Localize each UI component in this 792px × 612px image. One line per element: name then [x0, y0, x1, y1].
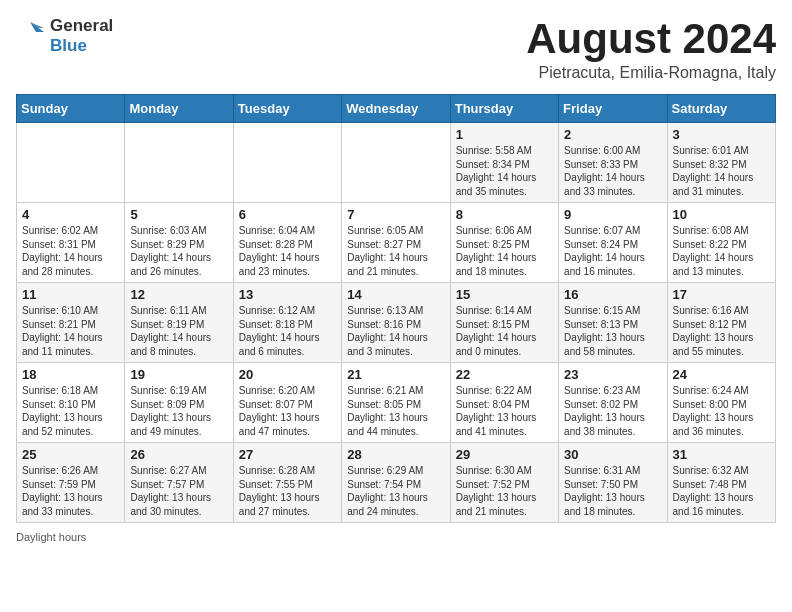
day-number: 28	[347, 447, 444, 462]
calendar-cell: 28Sunrise: 6:29 AM Sunset: 7:54 PM Dayli…	[342, 443, 450, 523]
calendar-cell: 22Sunrise: 6:22 AM Sunset: 8:04 PM Dayli…	[450, 363, 558, 443]
day-info: Sunrise: 6:00 AM Sunset: 8:33 PM Dayligh…	[564, 144, 661, 198]
day-info: Sunrise: 6:02 AM Sunset: 8:31 PM Dayligh…	[22, 224, 119, 278]
calendar-table: SundayMondayTuesdayWednesdayThursdayFrid…	[16, 94, 776, 523]
calendar-cell: 4Sunrise: 6:02 AM Sunset: 8:31 PM Daylig…	[17, 203, 125, 283]
day-number: 16	[564, 287, 661, 302]
title-block: August 2024 Pietracuta, Emilia-Romagna, …	[526, 16, 776, 82]
day-number: 30	[564, 447, 661, 462]
day-info: Sunrise: 6:07 AM Sunset: 8:24 PM Dayligh…	[564, 224, 661, 278]
day-info: Sunrise: 6:28 AM Sunset: 7:55 PM Dayligh…	[239, 464, 336, 518]
calendar-cell: 24Sunrise: 6:24 AM Sunset: 8:00 PM Dayli…	[667, 363, 775, 443]
page-header: General Blue August 2024 Pietracuta, Emi…	[16, 16, 776, 82]
day-of-week-header: Wednesday	[342, 95, 450, 123]
day-info: Sunrise: 6:21 AM Sunset: 8:05 PM Dayligh…	[347, 384, 444, 438]
day-number: 8	[456, 207, 553, 222]
calendar-cell: 23Sunrise: 6:23 AM Sunset: 8:02 PM Dayli…	[559, 363, 667, 443]
calendar-cell	[233, 123, 341, 203]
day-number: 21	[347, 367, 444, 382]
logo-container: General Blue	[16, 16, 113, 55]
day-info: Sunrise: 6:05 AM Sunset: 8:27 PM Dayligh…	[347, 224, 444, 278]
day-number: 17	[673, 287, 770, 302]
calendar-cell: 16Sunrise: 6:15 AM Sunset: 8:13 PM Dayli…	[559, 283, 667, 363]
day-number: 2	[564, 127, 661, 142]
logo-general-text: General	[50, 16, 113, 36]
day-number: 10	[673, 207, 770, 222]
day-number: 29	[456, 447, 553, 462]
day-info: Sunrise: 6:08 AM Sunset: 8:22 PM Dayligh…	[673, 224, 770, 278]
calendar-cell: 17Sunrise: 6:16 AM Sunset: 8:12 PM Dayli…	[667, 283, 775, 363]
calendar-cell: 9Sunrise: 6:07 AM Sunset: 8:24 PM Daylig…	[559, 203, 667, 283]
day-info: Sunrise: 6:32 AM Sunset: 7:48 PM Dayligh…	[673, 464, 770, 518]
day-info: Sunrise: 6:23 AM Sunset: 8:02 PM Dayligh…	[564, 384, 661, 438]
day-number: 31	[673, 447, 770, 462]
day-info: Sunrise: 6:12 AM Sunset: 8:18 PM Dayligh…	[239, 304, 336, 358]
day-of-week-header: Tuesday	[233, 95, 341, 123]
calendar-cell: 18Sunrise: 6:18 AM Sunset: 8:10 PM Dayli…	[17, 363, 125, 443]
calendar-cell: 10Sunrise: 6:08 AM Sunset: 8:22 PM Dayli…	[667, 203, 775, 283]
day-info: Sunrise: 6:22 AM Sunset: 8:04 PM Dayligh…	[456, 384, 553, 438]
calendar-cell: 27Sunrise: 6:28 AM Sunset: 7:55 PM Dayli…	[233, 443, 341, 523]
calendar-cell: 29Sunrise: 6:30 AM Sunset: 7:52 PM Dayli…	[450, 443, 558, 523]
day-of-week-header: Saturday	[667, 95, 775, 123]
day-number: 5	[130, 207, 227, 222]
day-number: 27	[239, 447, 336, 462]
calendar-cell: 8Sunrise: 6:06 AM Sunset: 8:25 PM Daylig…	[450, 203, 558, 283]
day-number: 6	[239, 207, 336, 222]
day-info: Sunrise: 6:18 AM Sunset: 8:10 PM Dayligh…	[22, 384, 119, 438]
day-number: 14	[347, 287, 444, 302]
calendar-cell: 3Sunrise: 6:01 AM Sunset: 8:32 PM Daylig…	[667, 123, 775, 203]
day-info: Sunrise: 6:15 AM Sunset: 8:13 PM Dayligh…	[564, 304, 661, 358]
day-number: 20	[239, 367, 336, 382]
day-info: Sunrise: 6:16 AM Sunset: 8:12 PM Dayligh…	[673, 304, 770, 358]
calendar-cell: 15Sunrise: 6:14 AM Sunset: 8:15 PM Dayli…	[450, 283, 558, 363]
calendar-cell	[125, 123, 233, 203]
day-info: Sunrise: 6:03 AM Sunset: 8:29 PM Dayligh…	[130, 224, 227, 278]
day-number: 24	[673, 367, 770, 382]
logo-blue-text: Blue	[50, 36, 113, 56]
day-info: Sunrise: 5:58 AM Sunset: 8:34 PM Dayligh…	[456, 144, 553, 198]
day-info: Sunrise: 6:26 AM Sunset: 7:59 PM Dayligh…	[22, 464, 119, 518]
day-number: 15	[456, 287, 553, 302]
calendar-cell: 5Sunrise: 6:03 AM Sunset: 8:29 PM Daylig…	[125, 203, 233, 283]
day-info: Sunrise: 6:01 AM Sunset: 8:32 PM Dayligh…	[673, 144, 770, 198]
day-info: Sunrise: 6:27 AM Sunset: 7:57 PM Dayligh…	[130, 464, 227, 518]
day-info: Sunrise: 6:30 AM Sunset: 7:52 PM Dayligh…	[456, 464, 553, 518]
day-info: Sunrise: 6:20 AM Sunset: 8:07 PM Dayligh…	[239, 384, 336, 438]
calendar-title: August 2024	[526, 16, 776, 62]
day-number: 4	[22, 207, 119, 222]
calendar-cell: 26Sunrise: 6:27 AM Sunset: 7:57 PM Dayli…	[125, 443, 233, 523]
day-number: 1	[456, 127, 553, 142]
day-number: 13	[239, 287, 336, 302]
day-number: 11	[22, 287, 119, 302]
day-info: Sunrise: 6:13 AM Sunset: 8:16 PM Dayligh…	[347, 304, 444, 358]
calendar-cell: 11Sunrise: 6:10 AM Sunset: 8:21 PM Dayli…	[17, 283, 125, 363]
day-info: Sunrise: 6:06 AM Sunset: 8:25 PM Dayligh…	[456, 224, 553, 278]
calendar-cell	[342, 123, 450, 203]
calendar-cell: 2Sunrise: 6:00 AM Sunset: 8:33 PM Daylig…	[559, 123, 667, 203]
day-info: Sunrise: 6:24 AM Sunset: 8:00 PM Dayligh…	[673, 384, 770, 438]
calendar-cell	[17, 123, 125, 203]
day-of-week-header: Monday	[125, 95, 233, 123]
calendar-cell: 1Sunrise: 5:58 AM Sunset: 8:34 PM Daylig…	[450, 123, 558, 203]
calendar-cell: 30Sunrise: 6:31 AM Sunset: 7:50 PM Dayli…	[559, 443, 667, 523]
calendar-cell: 21Sunrise: 6:21 AM Sunset: 8:05 PM Dayli…	[342, 363, 450, 443]
day-of-week-header: Thursday	[450, 95, 558, 123]
day-info: Sunrise: 6:31 AM Sunset: 7:50 PM Dayligh…	[564, 464, 661, 518]
day-info: Sunrise: 6:11 AM Sunset: 8:19 PM Dayligh…	[130, 304, 227, 358]
day-number: 23	[564, 367, 661, 382]
calendar-cell: 7Sunrise: 6:05 AM Sunset: 8:27 PM Daylig…	[342, 203, 450, 283]
day-number: 12	[130, 287, 227, 302]
calendar-cell: 13Sunrise: 6:12 AM Sunset: 8:18 PM Dayli…	[233, 283, 341, 363]
calendar-cell: 12Sunrise: 6:11 AM Sunset: 8:19 PM Dayli…	[125, 283, 233, 363]
calendar-cell: 31Sunrise: 6:32 AM Sunset: 7:48 PM Dayli…	[667, 443, 775, 523]
calendar-cell: 19Sunrise: 6:19 AM Sunset: 8:09 PM Dayli…	[125, 363, 233, 443]
day-info: Sunrise: 6:19 AM Sunset: 8:09 PM Dayligh…	[130, 384, 227, 438]
day-info: Sunrise: 6:10 AM Sunset: 8:21 PM Dayligh…	[22, 304, 119, 358]
calendar-cell: 20Sunrise: 6:20 AM Sunset: 8:07 PM Dayli…	[233, 363, 341, 443]
calendar-location: Pietracuta, Emilia-Romagna, Italy	[526, 64, 776, 82]
day-number: 22	[456, 367, 553, 382]
footer-note: Daylight hours	[16, 531, 776, 543]
day-number: 26	[130, 447, 227, 462]
day-number: 18	[22, 367, 119, 382]
